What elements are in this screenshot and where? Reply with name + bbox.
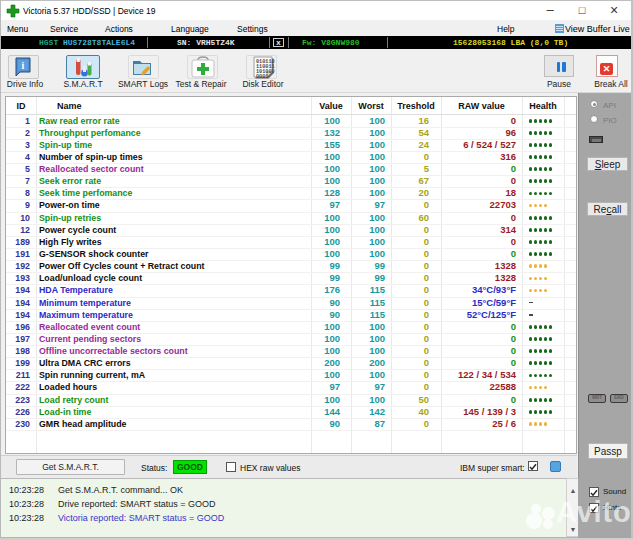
svg-text:i: i	[22, 60, 25, 71]
